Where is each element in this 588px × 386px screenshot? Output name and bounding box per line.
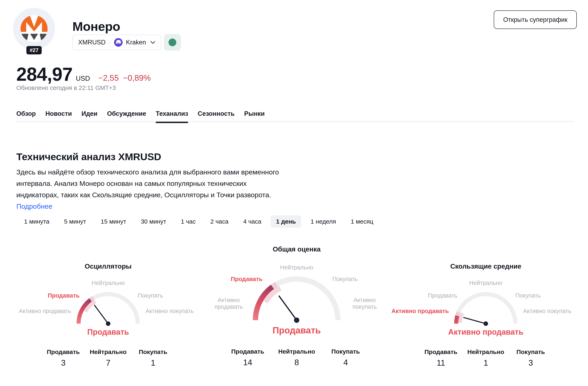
interval-2-hours[interactable]: 2 часа xyxy=(205,215,234,228)
count-sell: Продавать 11 xyxy=(419,348,463,367)
gauge-counts: Продавать 3 Нейтрально 7 Покупать 1 xyxy=(16,348,200,367)
gauge-dial xyxy=(246,272,348,324)
technical-analysis-page: { "header": { "coin_name": "Монеро", "ra… xyxy=(0,0,588,386)
tab-seasonality[interactable]: Сезонность xyxy=(198,109,235,121)
gauge-label-strong-sell: Активно продавать xyxy=(19,308,71,314)
count-sell-value: 11 xyxy=(419,358,463,367)
gauge-dial xyxy=(71,291,145,328)
count-sell-value: 3 xyxy=(41,358,86,367)
count-sell: Продавать 3 xyxy=(41,348,86,367)
gauge-result: Продавать xyxy=(16,328,200,336)
gauge-summary: Общая оценка Нейтрально Продавать Покупа… xyxy=(195,244,399,376)
price-row: 284,97 USD −2,55 −0,89% xyxy=(16,64,151,85)
gauge-needle xyxy=(464,318,488,326)
gauge-title: Общая оценка xyxy=(195,245,399,253)
more-link[interactable]: Подробнее xyxy=(16,202,52,210)
count-buy: Покупать 1 xyxy=(131,348,175,367)
count-sell-label: Продавать xyxy=(419,348,463,355)
interval-selector: 1 минута 5 минут 15 минут 30 минут 1 час… xyxy=(19,215,379,228)
chevron-down-icon xyxy=(150,41,155,44)
gauge-title: Скользящие средние xyxy=(394,263,578,270)
interval-30-minutes[interactable]: 30 минут xyxy=(135,215,171,228)
gauge-dial xyxy=(449,291,523,328)
gauge-moving-averages: Скользящие средние Нейтрально Продавать … xyxy=(394,257,578,376)
monero-logo-icon xyxy=(20,15,48,43)
interval-15-minutes[interactable]: 15 минут xyxy=(95,215,131,228)
gauge-needle xyxy=(94,305,110,326)
count-sell: Продавать 14 xyxy=(223,348,272,367)
gauge-label-neutral: Нейтрально xyxy=(394,280,578,286)
count-sell-value: 14 xyxy=(223,358,272,367)
tab-discussion[interactable]: Обсуждение xyxy=(107,109,146,121)
tab-news[interactable]: Новости xyxy=(45,109,72,121)
count-buy-label: Покупать xyxy=(131,348,175,355)
count-buy-value: 4 xyxy=(321,358,370,367)
gauge-label-strong-sell: Активно продавать xyxy=(392,308,449,314)
count-buy-value: 3 xyxy=(508,358,553,367)
price-change: −2,55 −0,89% xyxy=(98,73,151,82)
tab-overview[interactable]: Обзор xyxy=(16,109,36,121)
gauge-oscillators: Осцилляторы Нейтрально Продавать Покупат… xyxy=(16,257,200,376)
count-neutral-label: Нейтрально xyxy=(86,348,131,355)
interval-5-minutes[interactable]: 5 минут xyxy=(59,215,91,228)
gauge-label-strong-buy: Активно покупать xyxy=(146,308,194,314)
gauge-label-neutral: Нейтрально xyxy=(195,264,399,271)
price-change-pct: −0,89% xyxy=(123,73,151,82)
interval-1-minute[interactable]: 1 минута xyxy=(19,215,55,228)
count-neutral-label: Нейтрально xyxy=(272,348,321,355)
count-neutral-value: 8 xyxy=(272,358,321,367)
count-sell-label: Продавать xyxy=(41,348,86,355)
gauge-counts: Продавать 11 Нейтрально 1 Покупать 3 xyxy=(394,348,578,367)
kraken-exchange-icon xyxy=(114,38,123,47)
count-sell-label: Продавать xyxy=(223,348,272,355)
price-change-abs: −2,55 xyxy=(98,73,119,82)
gauge-counts: Продавать 14 Нейтрально 8 Покупать 4 xyxy=(195,348,399,367)
count-neutral-value: 7 xyxy=(86,358,131,367)
count-neutral: Нейтрально 1 xyxy=(463,348,508,367)
count-neutral: Нейтрально 8 xyxy=(272,348,321,367)
price-updated-timestamp: Обновлено сегодня в 22:11 GMT+3 xyxy=(16,84,116,91)
count-buy-value: 1 xyxy=(131,358,175,367)
count-neutral-value: 1 xyxy=(463,358,508,367)
market-cap-rank-badge: #27 xyxy=(26,46,42,54)
interval-1-month[interactable]: 1 месяц xyxy=(345,215,379,228)
gauge-label-strong-buy: Активно покупать xyxy=(523,308,571,314)
coin-logo-area: #27 xyxy=(13,8,55,50)
count-buy-label: Покупать xyxy=(321,348,370,355)
tab-markets[interactable]: Рынки xyxy=(244,109,265,121)
gauge-result: Продавать xyxy=(195,325,399,335)
gauge-label-neutral: Нейтрально xyxy=(16,280,200,286)
interval-1-hour[interactable]: 1 час xyxy=(176,215,201,228)
count-neutral-label: Нейтрально xyxy=(463,348,508,355)
market-open-dot-icon xyxy=(168,39,176,46)
section-description-text: Здесь вы найдёте обзор технического анал… xyxy=(16,168,279,199)
interval-4-hours[interactable]: 4 часа xyxy=(238,215,267,228)
count-buy-label: Покупать xyxy=(508,348,553,355)
gauge-label-strong-sell: Активно продавать xyxy=(211,297,246,310)
price-currency: USD xyxy=(76,75,90,82)
count-buy: Покупать 4 xyxy=(321,348,370,367)
section-description: Здесь вы найдёте обзор технического анал… xyxy=(16,166,282,212)
gauge-needle xyxy=(279,296,299,323)
page-title: Монеро xyxy=(72,19,120,34)
interval-1-day[interactable]: 1 день xyxy=(271,215,301,228)
tab-technicals[interactable]: Теханализ xyxy=(156,109,188,121)
page-tabs: Обзор Новости Идеи Обсуждение Теханализ … xyxy=(16,109,573,122)
price-value: 284,97 xyxy=(16,64,72,85)
tab-ideas[interactable]: Идеи xyxy=(82,109,97,121)
gauge-title: Осцилляторы xyxy=(16,263,200,270)
symbol-label: XMRUSD xyxy=(78,39,105,46)
count-neutral: Нейтрально 7 xyxy=(86,348,131,367)
count-buy: Покупать 3 xyxy=(508,348,553,367)
section-heading: Технический анализ XMRUSD xyxy=(16,151,161,162)
exchange-label: Kraken xyxy=(126,39,146,46)
open-superchart-button[interactable]: Открыть суперграфик xyxy=(494,10,577,29)
market-status-badge xyxy=(164,34,181,51)
separator-dot: · xyxy=(109,39,111,46)
interval-1-week[interactable]: 1 неделя xyxy=(305,215,341,228)
gauge-label-strong-buy: Активно покупать xyxy=(347,297,382,310)
symbol-exchange-switcher[interactable]: XMRUSD · Kraken xyxy=(72,35,161,50)
gauge-result: Активно продавать xyxy=(394,328,578,336)
